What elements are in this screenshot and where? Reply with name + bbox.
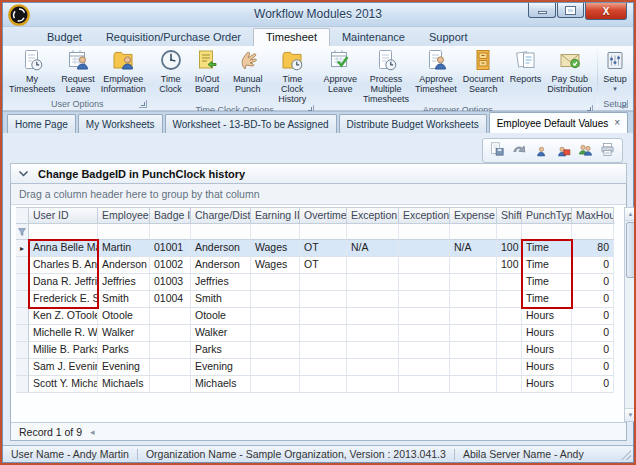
grid-cell[interactable] — [450, 342, 497, 359]
ribbon-tab-maintenance[interactable]: Maintenance — [330, 29, 417, 46]
column-header-exception-b[interactable]: Exception B — [399, 207, 450, 224]
grid-cell[interactable] — [347, 257, 399, 274]
grid-cell[interactable]: Michelle R. Walker — [29, 325, 98, 342]
collapse-chevron-icon[interactable] — [18, 169, 29, 178]
grid-cell[interactable] — [150, 342, 191, 359]
pay-stub-distribution-button[interactable]: Pay Stub Distribution — [545, 47, 594, 95]
grid-vertical-scrollbar[interactable]: ▲▼ — [624, 207, 636, 422]
doc-tab-worksheet-bd-to-be-assigned[interactable]: Worksheet - 13-BD-To be Assigned — [165, 114, 337, 133]
group-by-hint[interactable]: Drag a column header here to group by th… — [11, 184, 626, 205]
grid-cell[interactable]: Evening — [98, 359, 150, 376]
filter-cell[interactable] — [150, 224, 191, 240]
tab-close-icon[interactable]: × — [614, 118, 620, 128]
grid-cell[interactable]: Jeffries — [191, 274, 251, 291]
grid-cell[interactable] — [347, 308, 399, 325]
grid-cell[interactable]: 100 — [497, 257, 522, 274]
grid-cell[interactable]: Smith — [191, 291, 251, 308]
minimize-button[interactable] — [528, 3, 556, 18]
grid-cell[interactable] — [251, 291, 300, 308]
document-search-button[interactable]: Document Search — [461, 47, 506, 95]
grid-cell[interactable] — [251, 359, 300, 376]
print-button[interactable] — [598, 141, 617, 160]
grid-cell[interactable] — [300, 376, 347, 393]
doc-tab-employee-default-values[interactable]: Employee Default Values× — [489, 112, 628, 133]
undo-button[interactable] — [510, 141, 529, 160]
filter-cell[interactable] — [300, 224, 347, 240]
column-header-earning-id[interactable]: Earning ID — [251, 207, 300, 224]
approve-leave-button[interactable]: Approve Leave — [321, 47, 359, 95]
user-box-button[interactable] — [554, 141, 573, 160]
grid-cell[interactable] — [347, 359, 399, 376]
table-row[interactable]: Charles B. AndersonAnderson01002Anderson… — [16, 257, 614, 274]
reports-button[interactable]: Reports — [508, 47, 544, 85]
grid-cell[interactable]: N/A — [347, 240, 399, 257]
grid-cell[interactable]: Scott Y. Michaels — [29, 376, 98, 393]
filter-cell[interactable] — [522, 224, 572, 240]
doc-tab-my-worksheets[interactable]: My Worksheets — [78, 114, 163, 133]
grid-cell[interactable] — [450, 291, 497, 308]
ribbon-tab-support[interactable]: Support — [417, 29, 480, 46]
grid-cell[interactable] — [347, 325, 399, 342]
grid-cell[interactable] — [399, 308, 450, 325]
grid-cell[interactable] — [150, 308, 191, 325]
grid-cell[interactable]: Hours — [522, 325, 572, 342]
grid-cell[interactable] — [300, 359, 347, 376]
grid-cell[interactable]: Ken Z. OToole — [29, 308, 98, 325]
grid-cell[interactable] — [497, 342, 522, 359]
grid-cell[interactable]: Walker — [191, 325, 251, 342]
grid-cell[interactable]: Time — [522, 291, 572, 308]
close-button[interactable]: X — [585, 3, 627, 20]
grid-cell[interactable] — [300, 342, 347, 359]
table-row[interactable]: Dana R. JeffriesJeffries01003JeffriesTim… — [16, 274, 614, 291]
grid-cell[interactable]: 0 — [572, 342, 614, 359]
grid-cell[interactable]: OT — [300, 240, 347, 257]
grid-cell[interactable] — [497, 376, 522, 393]
grid-cell[interactable] — [251, 274, 300, 291]
user-button[interactable] — [532, 141, 551, 160]
grid-cell[interactable]: 0 — [572, 257, 614, 274]
grid-cell[interactable]: 0 — [572, 376, 614, 393]
grid-cell[interactable]: Anderson — [191, 257, 251, 274]
grid-cell[interactable]: Wages — [251, 257, 300, 274]
filter-cell[interactable] — [572, 224, 614, 240]
grid-cell[interactable]: Time — [522, 257, 572, 274]
grid-cell[interactable]: Sam J. Evening — [29, 359, 98, 376]
grid-cell[interactable]: Martin — [98, 240, 150, 257]
my-timesheets-button[interactable]: My Timesheets — [7, 47, 57, 95]
grid-cell[interactable] — [300, 308, 347, 325]
column-header-expense-id[interactable]: Expense ID — [450, 207, 497, 224]
ribbon-tab-timesheet[interactable]: Timesheet — [253, 28, 330, 46]
grid-cell[interactable]: 0 — [572, 291, 614, 308]
grid-cell[interactable] — [150, 325, 191, 342]
grid-cell[interactable]: Time — [522, 274, 572, 291]
column-header-maxhours[interactable]: MaxHours — [572, 207, 614, 224]
manual-punch-button[interactable]: Manual Punch — [227, 47, 268, 95]
filter-cell[interactable] — [191, 224, 251, 240]
grid-cell[interactable] — [497, 325, 522, 342]
table-row[interactable]: Scott Y. MichaelsMichaelsMichaelsHours0 — [16, 376, 614, 393]
column-header-employee-id[interactable]: Employee ID — [98, 207, 150, 224]
filter-cell[interactable] — [450, 224, 497, 240]
grid-cell[interactable]: Michaels — [98, 376, 150, 393]
grid-cell[interactable]: Hours — [522, 308, 572, 325]
grid-cell[interactable]: Parks — [191, 342, 251, 359]
approve-timesheet-button[interactable]: Approve Timesheet — [413, 47, 459, 95]
grid-cell[interactable]: Hours — [522, 342, 572, 359]
grid-cell[interactable] — [251, 308, 300, 325]
dialog-launcher-icon[interactable] — [139, 100, 147, 108]
grid-cell[interactable]: Wages — [251, 240, 300, 257]
time-clock-history-button[interactable]: Time Clock History — [270, 47, 315, 105]
employee-information-button[interactable]: Employee Information — [99, 47, 148, 95]
grid-cell[interactable] — [347, 376, 399, 393]
record-prev-icon[interactable]: ◂ — [90, 427, 95, 437]
grid-cell[interactable] — [347, 291, 399, 308]
filter-cell[interactable] — [497, 224, 522, 240]
grid-cell[interactable]: 01003 — [150, 274, 191, 291]
process-multiple-timesheets-button[interactable]: Process Multiple Timesheets — [361, 47, 411, 105]
table-row[interactable]: Michelle R. WalkerWalkerWalkerHours0 — [16, 325, 614, 342]
grid-cell[interactable]: Evening — [191, 359, 251, 376]
grid-cell[interactable] — [450, 325, 497, 342]
grid-cell[interactable] — [251, 376, 300, 393]
maximize-button[interactable] — [557, 3, 584, 18]
column-header-overtime-id[interactable]: Overtime ID — [300, 207, 347, 224]
